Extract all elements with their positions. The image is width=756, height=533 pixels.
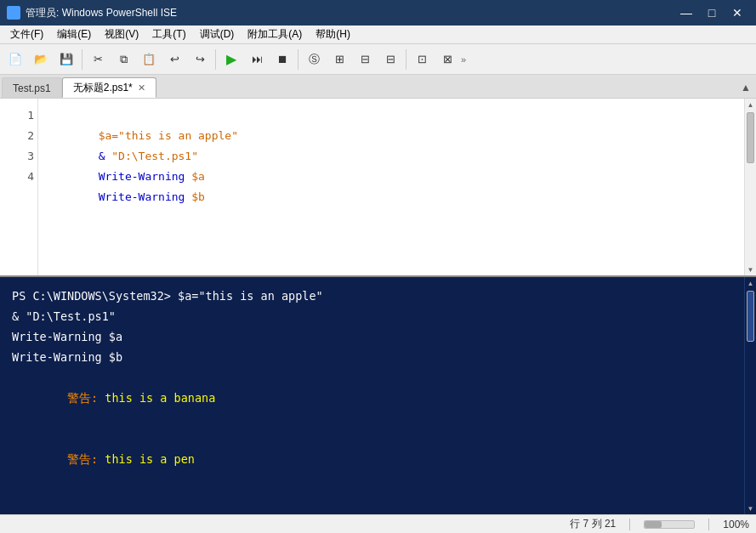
console-line-1: PS C:\WINDOWS\System32> $a="this is an a…	[12, 286, 732, 306]
warning-msg-2: this is a pen	[105, 452, 195, 466]
menu-addons[interactable]: 附加工具(A)	[241, 26, 309, 43]
main-area: 1 2 3 4 $a="this is an apple" & "D:\Test…	[0, 99, 756, 514]
toolbar-sep2	[215, 49, 216, 70]
line-num-1: 1	[3, 105, 34, 126]
status-bar: 行 7 列 21 100%	[0, 514, 756, 533]
console-scroll-down-btn[interactable]: ▼	[745, 502, 756, 514]
tab-scroll-up[interactable]: ▲	[737, 77, 754, 98]
console-area: PS C:\WINDOWS\System32> $a="this is an a…	[0, 277, 756, 514]
console-scroll-thumb[interactable]	[747, 291, 754, 342]
code-param-b: $b	[191, 190, 205, 203]
tab-bar: Test.ps1 无标题2.ps1* ✕ ▲	[0, 75, 756, 99]
console-scroll-up-btn[interactable]: ▲	[745, 277, 756, 289]
console-line-3: Write-Warning $a	[12, 326, 732, 347]
scroll-indicator[interactable]	[644, 520, 695, 529]
toolbar-layout2[interactable]: ⊠	[435, 48, 459, 71]
menu-bar: 文件(F) 编辑(E) 视图(V) 工具(T) 调试(D) 附加工具(A) 帮助…	[0, 26, 756, 44]
toolbar-stop[interactable]: ⏹	[270, 48, 294, 71]
editor-scroll-down-btn[interactable]: ▼	[745, 264, 756, 275]
toolbar-more: »	[461, 54, 466, 65]
editor-scroll-thumb[interactable]	[747, 112, 754, 163]
toolbar-layout1[interactable]: ⊡	[410, 48, 434, 71]
console-scroll-track	[745, 289, 756, 502]
title-bar: 管理员: Windows PowerShell ISE — □ ✕	[0, 0, 756, 26]
menu-help[interactable]: 帮助(H)	[309, 26, 357, 43]
code-path: "D:\Test.ps1"	[111, 150, 198, 162]
console-warning-1: 警告: this is a banana	[12, 367, 732, 428]
editor-scroll-track	[745, 111, 756, 264]
status-right: 行 7 列 21 100%	[570, 517, 749, 531]
tab-test-ps1[interactable]: Test.ps1	[2, 77, 62, 98]
toolbar-undo[interactable]: ↩	[162, 48, 186, 71]
code-editor[interactable]: $a="this is an apple" & "D:\Test.ps1" Wr…	[38, 99, 744, 275]
editor-scroll-up-btn[interactable]: ▲	[745, 99, 756, 111]
menu-file[interactable]: 文件(F)	[3, 26, 50, 43]
code-param-a: $a	[191, 170, 205, 183]
console-line-2: & "D:\Test.ps1"	[12, 306, 732, 326]
close-button[interactable]: ✕	[725, 1, 749, 25]
toolbar-cut[interactable]: ✂	[86, 48, 110, 71]
console-warning-3: 警告: this is an apple	[12, 490, 732, 514]
warning-label-1: 警告:	[67, 391, 105, 405]
menu-tools[interactable]: 工具(T)	[145, 26, 192, 43]
toolbar-redo[interactable]: ↪	[188, 48, 212, 71]
code-write-warning-a: Write-Warning	[99, 170, 192, 183]
menu-debug[interactable]: 调试(D)	[193, 26, 242, 43]
maximize-button[interactable]: □	[700, 1, 724, 25]
editor-scrollbar[interactable]: ▲ ▼	[744, 99, 756, 275]
line-num-4: 4	[3, 167, 34, 187]
app-icon	[7, 6, 20, 20]
toolbar-expand2[interactable]: ⊟	[378, 48, 402, 71]
console-warning-2: 警告: this is a pen	[12, 428, 732, 490]
code-write-warning-b: Write-Warning	[99, 190, 192, 203]
status-divider-1	[629, 519, 630, 530]
tab-close-icon[interactable]: ✕	[138, 82, 145, 94]
status-divider-2	[708, 519, 709, 530]
code-str-apple: "this is an apple"	[118, 129, 238, 142]
status-zoom: 100%	[723, 519, 749, 530]
minimize-button[interactable]: —	[674, 1, 698, 25]
editor-area: 1 2 3 4 $a="this is an apple" & "D:\Test…	[0, 99, 756, 277]
tab-test-ps1-label: Test.ps1	[13, 82, 51, 94]
warning-label-3: 警告:	[67, 513, 105, 514]
menu-view[interactable]: 视图(V)	[98, 26, 145, 43]
console-scrollbar[interactable]: ▲ ▼	[744, 277, 756, 514]
tab-untitled2-label: 无标题2.ps1*	[73, 81, 133, 95]
window-title: 管理员: Windows PowerShell ISE	[26, 6, 177, 20]
tab-untitled2-ps1[interactable]: 无标题2.ps1* ✕	[62, 77, 156, 98]
toolbar-sep4	[406, 49, 406, 70]
toolbar: 📄 📂 💾 ✂ ⧉ 📋 ↩ ↪ ▶ ⏭ ⏹ Ⓢ ⊞ ⊟ ⊟ ⊡ ⊠ »	[0, 44, 756, 75]
code-amp: &	[99, 150, 112, 162]
console-line-4: Write-Warning $b	[12, 347, 732, 367]
line-num-2: 2	[3, 126, 34, 146]
toolbar-sep1	[82, 49, 82, 70]
title-bar-controls: — □ ✕	[674, 1, 749, 25]
toolbar-sep3	[298, 49, 298, 70]
toolbar-console[interactable]: ⊞	[327, 48, 351, 71]
title-bar-left: 管理员: Windows PowerShell ISE	[7, 6, 177, 20]
warning-msg-1: this is a banana	[105, 391, 215, 405]
toolbar-copy[interactable]: ⧉	[111, 48, 135, 71]
code-var-a: $a=	[99, 129, 118, 142]
toolbar-open[interactable]: 📂	[29, 48, 53, 71]
toolbar-save[interactable]: 💾	[54, 48, 78, 71]
line-numbers: 1 2 3 4	[0, 99, 38, 275]
menu-edit[interactable]: 编辑(E)	[50, 26, 98, 43]
console-output[interactable]: PS C:\WINDOWS\System32> $a="this is an a…	[0, 277, 744, 514]
scroll-thumb-h[interactable]	[645, 521, 662, 528]
toolbar-paste[interactable]: 📋	[137, 48, 161, 71]
status-position: 行 7 列 21	[570, 517, 616, 531]
toolbar-script[interactable]: Ⓢ	[302, 48, 326, 71]
toolbar-new[interactable]: 📄	[3, 48, 27, 71]
toolbar-run[interactable]: ▶	[219, 48, 243, 71]
line-num-3: 3	[3, 146, 34, 167]
warning-msg-3: this is an apple	[105, 513, 215, 514]
code-line-1: $a="this is an apple"	[45, 105, 737, 126]
toolbar-expand1[interactable]: ⊟	[353, 48, 377, 71]
warning-label-2: 警告:	[67, 452, 105, 466]
toolbar-step[interactable]: ⏭	[245, 48, 269, 71]
